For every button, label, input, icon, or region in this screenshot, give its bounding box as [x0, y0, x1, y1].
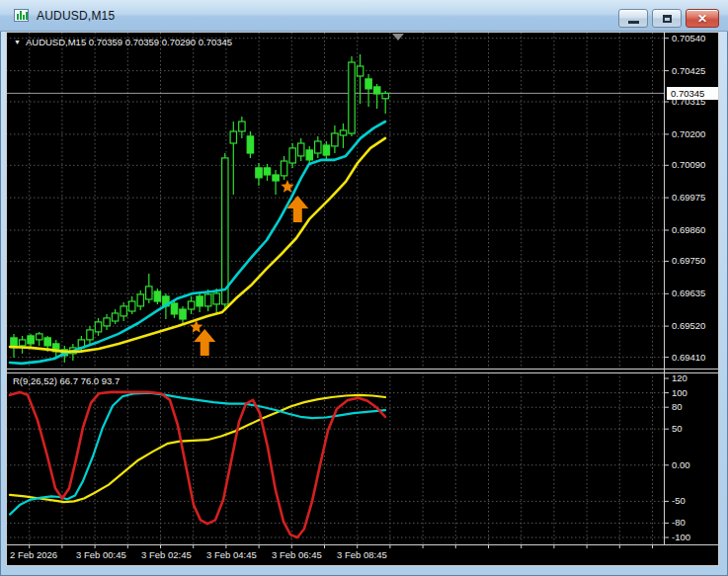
osc-axis-label: 100	[672, 387, 688, 399]
price-axis-label: 0.70200	[672, 128, 705, 140]
price-axis-label: 0.70090	[672, 159, 705, 171]
osc-axis-label: 0.00	[672, 459, 690, 471]
pane-borders	[6, 33, 719, 566]
candlesticks	[11, 54, 389, 363]
time-axis-label: 3 Feb 06:45	[272, 549, 322, 561]
ohlc-info-text: AUDUSD,M15 0.70359 0.70359 0.70290 0.703…	[26, 37, 232, 47]
price-chart-canvas[interactable]	[6, 32, 719, 566]
osc-axis-label: 120	[672, 372, 688, 384]
collapse-triangle-icon[interactable]: ▼	[14, 39, 21, 45]
price-axis-label: 0.69635	[672, 288, 705, 299]
minimize-icon	[628, 21, 639, 24]
osc-axis-label: 80	[672, 401, 683, 413]
time-axis-label: 3 Feb 02:45	[141, 549, 192, 561]
minimize-button[interactable]	[618, 9, 648, 28]
osc-cyan-line	[10, 393, 385, 515]
restore-button[interactable]	[652, 9, 682, 28]
ma-slow-line	[10, 138, 385, 352]
price-axis-label: 0.70540	[672, 33, 705, 44]
osc-axis-label: -80	[672, 517, 686, 529]
star-marker-2[interactable]	[281, 180, 293, 193]
osc-axis-label: -100	[672, 532, 690, 543]
time-axis-label: 3 Feb 08:45	[337, 549, 387, 561]
grid-lines	[6, 33, 664, 544]
price-axis-label: 0.69410	[672, 352, 705, 364]
price-axis-label: 0.69975	[672, 192, 705, 204]
shift-marker-icon	[392, 34, 404, 41]
time-axis-label: 3 Feb 00:45	[76, 549, 126, 561]
ohlc-info: ▼ AUDUSD,M15 0.70359 0.70359 0.70290 0.7…	[14, 37, 232, 47]
restore-icon	[663, 15, 672, 23]
close-icon: ✕	[697, 13, 707, 25]
osc-axis-label: -50	[672, 495, 686, 507]
price-axis-label: 0.70425	[672, 65, 705, 77]
bid-price-label: 0.70345	[667, 87, 718, 100]
indicator-label: R(9,26,52) 66.7 76.0 93.7	[13, 375, 120, 386]
buy-arrow-1[interactable]	[194, 329, 215, 356]
osc-axis-label: 50	[672, 423, 683, 435]
price-axis-label: 0.69750	[672, 255, 705, 267]
time-axis-label: 3 Feb 04:45	[206, 549, 257, 561]
window-titlebar[interactable]: AUDUSD,M15 ✕	[0, 0, 728, 32]
chart-app-icon	[14, 9, 29, 22]
close-button[interactable]: ✕	[686, 9, 719, 28]
price-axis-label: 0.69520	[672, 320, 705, 332]
osc-yellow-line	[10, 395, 385, 502]
time-axis-label: 2 Feb 2026	[10, 549, 57, 561]
price-axis-label: 0.69860	[672, 224, 705, 236]
chart-client-area[interactable]: ▼ AUDUSD,M15 0.70359 0.70359 0.70290 0.7…	[6, 32, 719, 566]
window-title: AUDUSD,M15	[37, 9, 115, 23]
chart-window: AUDUSD,M15 ✕ ▼ AUDUSD,M15 0.70359 0.7035…	[0, 0, 728, 576]
